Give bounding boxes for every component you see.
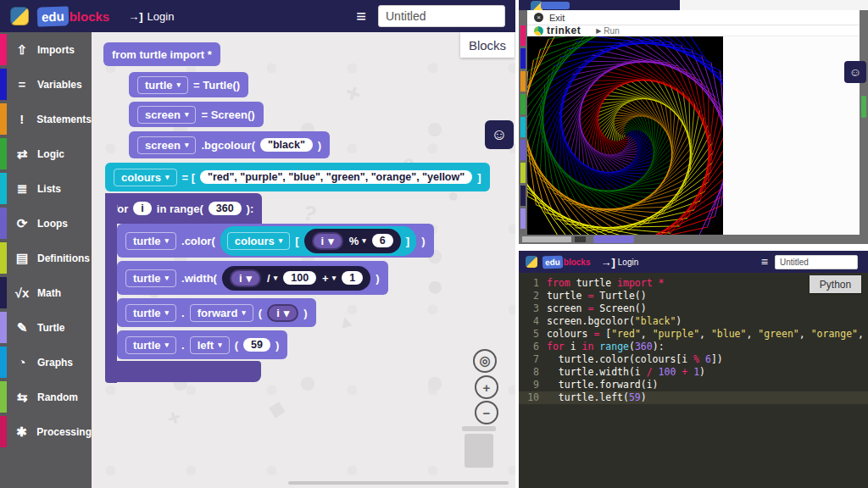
paren-open: (: [235, 339, 238, 352]
var-dropdown-turtle[interactable]: turtle ▾: [125, 232, 176, 250]
value-pill-6[interactable]: 6: [372, 234, 393, 247]
value-pill-i[interactable]: i: [133, 202, 151, 215]
i-variable-dropdown[interactable]: i ▾: [230, 269, 261, 287]
block-workspace[interactable]: ??+●▲≋◆+●? from turtle import * turtle ▾…: [92, 32, 515, 488]
var-dropdown-turtle[interactable]: turtle ▾: [125, 336, 176, 354]
code-line-8[interactable]: 8 turtle.width(i / 100 + 1): [519, 366, 868, 379]
code-text: turtle.width(i / 100 + 1): [547, 366, 705, 379]
chevron-down-icon: ▾: [185, 141, 189, 149]
feedback-smiley-button[interactable]: ☺: [844, 61, 866, 83]
operator-dropdown-plus[interactable]: + ▾: [322, 272, 336, 285]
tab-blocks[interactable]: Blocks: [460, 32, 515, 58]
logo-blocks-text: blocks: [70, 9, 110, 24]
trash-icon[interactable]: [465, 434, 493, 468]
graphs-icon: ◔: [14, 355, 31, 369]
sidebar-item-label: Loops: [37, 218, 68, 230]
menu-hamburger-icon[interactable]: ≡: [356, 7, 366, 26]
sidebar-item-variables[interactable]: =Variables: [0, 67, 92, 102]
code-line-4[interactable]: 4screen.bgcolor("black"): [519, 315, 868, 328]
value-pill-100[interactable]: 100: [283, 271, 316, 285]
smiley-icon: ☺: [849, 65, 861, 79]
feedback-smiley-button[interactable]: ☺: [485, 120, 514, 149]
block-turtle-width[interactable]: turtle ▾ .width( i ▾ / ▾ 100 + ▾ 1: [117, 261, 388, 295]
edublocks-logo[interactable]: edu blocks: [37, 7, 109, 26]
modulo-expression-capsule[interactable]: i ▾ % ▾ 6: [304, 229, 401, 253]
block-colours-list[interactable]: colours ▾ = [ "red", "purple", "blue", "…: [105, 163, 490, 191]
code-line-9[interactable]: 9 turtle.forward(i): [519, 379, 868, 391]
code-line-10[interactable]: 10 turtle.left(59): [519, 391, 868, 404]
sidebar-item-processing[interactable]: ✱Processing: [0, 414, 92, 449]
value-pill-360[interactable]: 360: [209, 202, 242, 215]
block-screen-assign[interactable]: screen ▾ = Screen(): [129, 102, 264, 127]
block-turtle-left[interactable]: turtle ▾ . left ▾ ( 59 ): [117, 330, 287, 359]
var-dropdown-turtle[interactable]: turtle ▾: [125, 304, 176, 322]
sidebar-item-math[interactable]: √xMath: [0, 275, 92, 310]
zoom-in-button[interactable]: +: [475, 375, 498, 399]
center-view-button[interactable]: ◎: [473, 349, 497, 373]
category-color-strip: [0, 312, 7, 343]
line-number: 9: [519, 379, 547, 391]
value-pill-59[interactable]: 59: [243, 338, 270, 352]
value-pill-black[interactable]: "black": [260, 138, 313, 152]
block-turtle-assign[interactable]: turtle ▾ = Turtle(): [129, 72, 248, 97]
method-dropdown-left[interactable]: left ▾: [190, 336, 230, 354]
line-number: 8: [519, 366, 547, 379]
block-for-loop[interactable]: for i in range( 360 ):: [105, 193, 262, 224]
sidebar-item-statements[interactable]: !Statements: [0, 102, 92, 136]
sidebar-item-graphs[interactable]: ◔Graphs: [0, 345, 92, 380]
for-loop-spine: [105, 193, 117, 383]
project-title-input[interactable]: [775, 255, 858, 269]
project-title-input[interactable]: [378, 5, 505, 27]
code-line-6[interactable]: 6for i in range(360):: [519, 341, 868, 353]
python-logo-icon: [526, 256, 537, 268]
edublocks-logo[interactable]: edu blocks: [542, 256, 590, 269]
run-button[interactable]: ▶ Run: [596, 26, 620, 36]
workspace-horizontal-scrollbar[interactable]: [288, 481, 509, 485]
operator-dropdown-modulo[interactable]: % ▾: [349, 235, 366, 247]
exit-close-icon[interactable]: ×: [534, 13, 543, 22]
var-dropdown-colours[interactable]: colours ▾: [114, 169, 177, 186]
tab-python[interactable]: Python: [810, 275, 861, 293]
app-header: edu blocks →] Login ≡: [0, 0, 515, 32]
block-turtle-color[interactable]: turtle ▾ .color( colours ▾ [ i ▾ % ▾: [117, 224, 434, 258]
var-dropdown-colours[interactable]: colours ▾: [227, 232, 291, 250]
var-dropdown-turtle[interactable]: turtle ▾: [137, 76, 188, 94]
login-button[interactable]: →] Login: [600, 256, 638, 269]
sidebar-item-turtle[interactable]: ✎Turtle: [0, 310, 92, 345]
sidebar-item-random[interactable]: ⇆Random: [0, 380, 92, 414]
horizontal-scrollbar-thumb[interactable]: [522, 236, 571, 242]
code-editor[interactable]: 1from turtle import *2turtle = Turtle()3…: [519, 273, 868, 488]
code-line-3[interactable]: 3screen = Screen(): [519, 302, 868, 315]
value-pill-colour-list[interactable]: "red", "purple", "blue", "green", "orang…: [200, 170, 472, 184]
block-bgcolour[interactable]: screen ▾ .bgcolour( "black" ): [129, 131, 330, 158]
login-button[interactable]: →] Login: [128, 10, 174, 23]
operator-dropdown-divide[interactable]: / ▾: [267, 272, 277, 285]
sidebar-item-lists[interactable]: ≣Lists: [0, 171, 92, 206]
code-line-5[interactable]: 5colours = ["red", "purple", "blue", "gr…: [519, 328, 868, 341]
sidebar-item-definitions[interactable]: ▤Definitions: [0, 241, 92, 275]
code-line-7[interactable]: 7 turtle.color(colours[i % 6]): [519, 353, 868, 366]
vertical-scrollbar-thumb[interactable]: [861, 96, 866, 118]
category-color-strip: [520, 186, 526, 206]
block-import[interactable]: from turtle import *: [103, 42, 220, 66]
pattern-glyph: ?: [300, 200, 320, 226]
var-dropdown-turtle[interactable]: turtle ▾: [125, 269, 176, 287]
block-turtle-forward[interactable]: turtle ▾ . forward ▾ ( i ▾ ): [117, 298, 316, 327]
sidebar-item-logic[interactable]: ⇄Logic: [0, 136, 92, 171]
i-variable-dropdown[interactable]: i ▾: [267, 304, 298, 322]
var-dropdown-screen[interactable]: screen ▾: [137, 106, 196, 124]
menu-hamburger-icon[interactable]: ≡: [761, 255, 768, 269]
list-index-capsule[interactable]: colours ▾ [ i ▾ % ▾ 6 ]: [220, 226, 416, 256]
var-dropdown-screen[interactable]: screen ▾: [137, 136, 196, 154]
sidebar-item-loops[interactable]: ⟳Loops: [0, 206, 92, 241]
method-label: .color(: [181, 235, 215, 247]
category-color-strip: [0, 103, 7, 135]
value-pill-1[interactable]: 1: [342, 271, 363, 285]
method-dropdown-forward[interactable]: forward ▾: [190, 304, 253, 322]
sidebar-item-label: Processing: [36, 426, 92, 438]
width-expression-capsule[interactable]: i ▾ / ▾ 100 + ▾ 1: [222, 266, 370, 291]
zoom-out-button[interactable]: −: [475, 401, 498, 424]
exit-label[interactable]: Exit: [549, 13, 565, 23]
i-variable-dropdown[interactable]: i ▾: [312, 232, 343, 250]
sidebar-item-imports[interactable]: ⇧Imports: [0, 32, 92, 67]
